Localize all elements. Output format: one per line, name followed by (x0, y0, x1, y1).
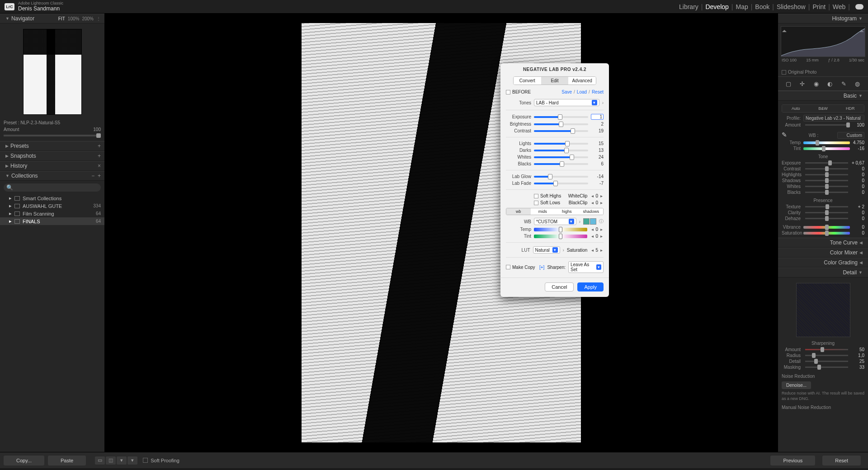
tab-library[interactable]: Library (679, 3, 698, 10)
shadows-slider[interactable] (805, 180, 848, 181)
tint-slider[interactable] (803, 147, 850, 150)
tones-select[interactable]: LAB - Hard▾ (534, 99, 599, 106)
soft-proofing-check[interactable]: Soft Proofing (143, 458, 179, 463)
soft-lows-check[interactable]: Soft Lows (534, 200, 560, 205)
tab-web[interactable]: Web (833, 3, 846, 10)
zoom-100[interactable]: 100% (68, 16, 80, 21)
profile-amount-slider[interactable] (805, 124, 848, 126)
denoise-button[interactable]: Denoise... (782, 381, 811, 389)
nlp-lights-slider[interactable] (534, 143, 588, 145)
texture-slider[interactable] (805, 206, 848, 207)
wb-mode-select[interactable]: Custom (837, 132, 864, 139)
nlp-apply-button[interactable]: Apply (577, 282, 604, 291)
histogram-box[interactable] (781, 26, 865, 57)
tab-slideshow[interactable]: Slideshow (777, 3, 806, 10)
tab-develop[interactable]: Develop (705, 3, 728, 10)
zoom-200[interactable]: 200% (82, 16, 94, 21)
collection-item[interactable]: ▸Film Scanning64 (0, 210, 104, 217)
nlp-labglow-slider[interactable] (534, 176, 588, 178)
crop-icon[interactable]: ▢ (784, 80, 793, 88)
nlp-tint-slider[interactable] (534, 235, 587, 238)
lut-select[interactable]: Natural▾ (533, 246, 560, 254)
wb-select[interactable]: *CUSTOM▾ (534, 218, 576, 225)
original-photo-toggle[interactable]: Original Photo (778, 68, 868, 76)
soft-highs-check[interactable]: Soft Highs (534, 193, 561, 198)
collection-item[interactable]: ▸FINALS64 (0, 217, 104, 225)
snapshots-header[interactable]: ▶Snapshots+ (0, 151, 104, 161)
saturation-slider[interactable] (803, 232, 850, 235)
vibrance-slider[interactable] (803, 226, 850, 229)
zoom-more-icon[interactable]: ⋮ (96, 16, 101, 21)
collection-item[interactable]: ▸Smart Collections (0, 194, 104, 202)
loupe-view-icon[interactable]: ▭ (95, 456, 105, 465)
nlp-save[interactable]: Save (561, 89, 572, 94)
presets-header[interactable]: ▶Presets+ (0, 141, 104, 151)
colormixer-header[interactable]: Color Mixer◀ (778, 248, 868, 258)
brush-icon[interactable]: ✎ (840, 80, 848, 88)
make-copy-check[interactable]: Make Copy (506, 265, 535, 270)
nlp-tab-advanced[interactable]: Advanced (568, 77, 596, 85)
wb-swatches[interactable] (583, 218, 596, 225)
gradient-icon[interactable]: ◍ (854, 80, 862, 88)
clarity-slider[interactable] (805, 212, 848, 213)
nlp-brightness-slider[interactable] (534, 123, 588, 125)
tab-print[interactable]: Print (812, 3, 826, 10)
mask-icon[interactable]: ◐ (826, 80, 834, 88)
histogram-header[interactable]: Histogram▼ (778, 14, 868, 24)
tonecurve-header[interactable]: Tone Curve◀ (778, 238, 868, 248)
redeye-icon[interactable]: ◉ (812, 80, 820, 88)
blackclip-stepper[interactable]: ◂0▸ (590, 200, 604, 205)
before-check[interactable]: BEFORE (506, 89, 531, 94)
survey-view-icon[interactable]: ▾ (117, 456, 127, 465)
basic-header[interactable]: Basic▼ (778, 91, 868, 101)
cloud-sync-icon[interactable] (855, 4, 863, 9)
sharpen-select[interactable]: Leave As Set▾ (568, 261, 604, 273)
exposure-slider[interactable] (805, 162, 848, 164)
heal-icon[interactable]: ✢ (798, 80, 807, 88)
sharpen-amount-slider[interactable] (805, 349, 848, 350)
paste-button[interactable]: Paste (48, 456, 86, 465)
reset-button[interactable]: Reset (822, 456, 861, 465)
sharpen-detail-slider[interactable] (805, 361, 848, 362)
collections-header[interactable]: ▼Collections− + (0, 171, 104, 181)
history-header[interactable]: ▶History× (0, 161, 104, 171)
nlp-exposure-slider[interactable] (534, 116, 588, 118)
sharpen-radius-slider[interactable] (805, 355, 848, 356)
colorgrading-header[interactable]: Color Grading◀ (778, 258, 868, 268)
collections-search[interactable]: 🔍 (4, 183, 101, 192)
nlp-temp-slider[interactable] (534, 228, 587, 231)
dehaze-slider[interactable] (805, 218, 848, 219)
collection-item[interactable]: ▸AUSWAHL GUTE334 (0, 202, 104, 210)
wb-dropper-icon[interactable]: ✎ (782, 131, 790, 139)
add-sharpen[interactable]: [+] (539, 265, 544, 270)
saturation-stepper[interactable]: ◂5▸ (590, 248, 604, 253)
previous-button[interactable]: Previous (770, 456, 815, 465)
wb-segment[interactable]: wbmidshighsshadows (506, 208, 604, 215)
tab-book[interactable]: Book (755, 3, 769, 10)
whites-slider[interactable] (805, 186, 848, 187)
contrast-slider[interactable] (805, 168, 848, 169)
temp-slider[interactable] (803, 141, 850, 144)
nlp-load[interactable]: Load (577, 89, 587, 94)
navigator-thumbnail[interactable] (23, 29, 82, 115)
nlp-reset[interactable]: Reset (592, 89, 604, 94)
whiteclip-stepper[interactable]: ◂0▸ (590, 193, 604, 198)
tab-map[interactable]: Map (736, 3, 748, 10)
ref-view-icon[interactable]: ▾ (127, 456, 137, 465)
blacks-slider[interactable] (805, 192, 848, 193)
nlp-cancel-button[interactable]: Cancel (545, 282, 574, 291)
compare-view-icon[interactable]: ◫ (106, 456, 116, 465)
sharpen-masking-slider[interactable] (805, 367, 848, 368)
copy-button[interactable]: Copy... (4, 456, 44, 465)
nlp-whites-slider[interactable] (534, 156, 588, 158)
nlp-darks-slider[interactable] (534, 150, 588, 151)
loupe-view[interactable]: NEGATIVE LAB PRO v2.4.2 Convert Edit Adv… (105, 14, 778, 452)
nlp-tab-convert[interactable]: Convert (514, 77, 541, 85)
nlp-labfade-slider[interactable] (534, 183, 588, 184)
navigator-header[interactable]: ▼Navigator FIT 100% 200% ⋮ (0, 14, 104, 24)
zoom-fit[interactable]: FIT (58, 16, 65, 21)
profile-select[interactable]: Negative Lab v2.3 - Natural (803, 115, 864, 122)
treatment-tabs[interactable]: AutoB&WHDR (782, 104, 864, 113)
nlp-contrast-slider[interactable] (534, 130, 588, 132)
preset-amount-slider[interactable] (4, 135, 101, 136)
